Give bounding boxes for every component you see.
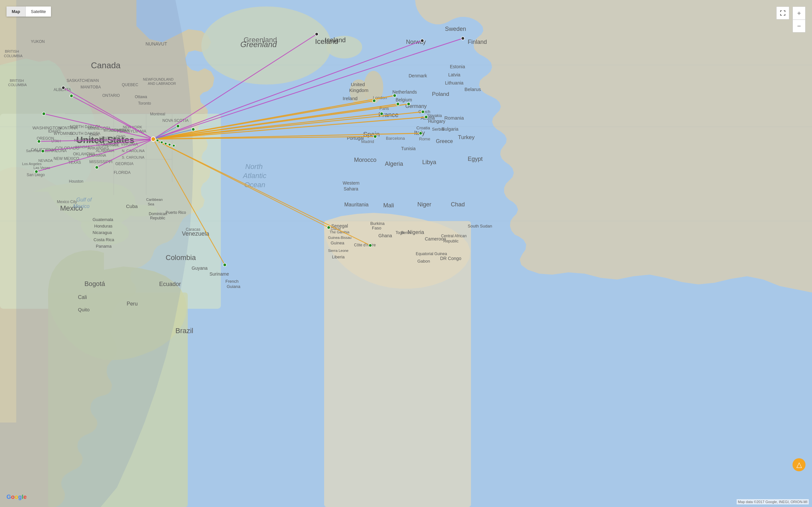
svg-text:DR Congo: DR Congo: [440, 256, 461, 261]
svg-text:ONTARIO: ONTARIO: [102, 93, 120, 98]
svg-point-225: [327, 226, 330, 229]
svg-text:Tunisia: Tunisia: [401, 146, 416, 151]
svg-text:NEWFOUNDLAND: NEWFOUNDLAND: [143, 77, 174, 81]
svg-text:Turkey: Turkey: [458, 134, 475, 140]
svg-text:Canada: Canada: [91, 60, 121, 70]
svg-text:Caracas: Caracas: [186, 227, 200, 232]
satellite-button[interactable]: Satellite: [26, 6, 51, 16]
zoom-controls: + −: [793, 6, 806, 33]
svg-text:Belgium: Belgium: [395, 97, 412, 102]
svg-text:North: North: [245, 163, 263, 171]
svg-text:Rome: Rome: [419, 136, 430, 142]
svg-text:SASKATCHEWAN: SASKATCHEWAN: [67, 78, 99, 83]
fullscreen-button[interactable]: [776, 6, 789, 19]
svg-text:French: French: [226, 279, 238, 284]
svg-point-205: [151, 137, 155, 142]
svg-text:Suriname: Suriname: [209, 271, 229, 277]
svg-text:Burkina: Burkina: [370, 221, 385, 226]
svg-text:Barcelona: Barcelona: [386, 136, 405, 141]
svg-point-222: [425, 115, 428, 119]
svg-text:Cali: Cali: [78, 294, 87, 300]
svg-text:GEORGIA: GEORGIA: [115, 162, 133, 166]
map-container[interactable]: Greenland Iceland: [0, 0, 812, 507]
svg-text:Mali: Mali: [383, 202, 394, 209]
street-view-icon[interactable]: △: [793, 458, 806, 471]
svg-text:Belarus: Belarus: [464, 87, 481, 92]
svg-point-206: [315, 33, 318, 36]
svg-text:Mauritania: Mauritania: [344, 202, 369, 207]
svg-text:Cuba: Cuba: [126, 204, 138, 209]
svg-text:Greenland: Greenland: [240, 40, 277, 49]
svg-text:Gulf of: Gulf of: [76, 197, 92, 203]
svg-text:Denmark: Denmark: [409, 73, 427, 78]
svg-text:COLUMBIA: COLUMBIA: [8, 83, 27, 87]
map-button[interactable]: Map: [6, 6, 26, 16]
svg-text:Serbia: Serbia: [432, 127, 444, 132]
svg-text:Costa Rica: Costa Rica: [93, 237, 114, 242]
svg-text:Netherlands: Netherlands: [392, 90, 417, 95]
svg-text:S. CAROLINA: S. CAROLINA: [122, 155, 144, 159]
svg-text:Algeria: Algeria: [385, 161, 403, 167]
svg-text:Guatemala: Guatemala: [92, 217, 113, 222]
svg-text:Côte d'Ivoire: Côte d'Ivoire: [354, 243, 376, 247]
svg-point-224: [419, 132, 422, 135]
svg-text:Sea: Sea: [148, 202, 154, 206]
svg-text:Peru: Peru: [127, 301, 138, 306]
svg-text:Estonia: Estonia: [450, 64, 465, 69]
svg-text:Nicaragua: Nicaragua: [92, 230, 112, 235]
svg-point-212: [37, 140, 41, 143]
svg-text:Caribbean: Caribbean: [146, 198, 163, 202]
svg-point-230: [156, 139, 159, 142]
svg-text:Bulgaria: Bulgaria: [442, 126, 459, 132]
svg-text:Quito: Quito: [78, 307, 89, 312]
svg-text:Central African: Central African: [441, 234, 467, 238]
svg-point-228: [176, 124, 180, 128]
svg-text:Liberia: Liberia: [332, 255, 345, 259]
svg-text:Panama: Panama: [96, 244, 112, 248]
svg-text:BRITISH: BRITISH: [10, 79, 24, 82]
zoom-out-button[interactable]: −: [793, 19, 806, 33]
svg-point-216: [373, 99, 376, 102]
map-attribution[interactable]: Map data ©2017 Google, INEGI, ORION-MI: [737, 499, 809, 504]
svg-text:Los Angeles: Los Angeles: [22, 162, 42, 166]
svg-point-232: [164, 143, 167, 145]
map-type-controls: Map Satellite: [6, 6, 51, 16]
svg-text:South Sudan: South Sudan: [468, 224, 492, 228]
svg-text:Colombia: Colombia: [166, 253, 196, 262]
svg-text:QUEBEC: QUEBEC: [122, 82, 138, 87]
svg-text:YUKON: YUKON: [31, 39, 45, 44]
svg-text:Honduras: Honduras: [94, 224, 113, 228]
svg-text:Las Vegas: Las Vegas: [34, 166, 50, 170]
svg-text:BRITISH: BRITISH: [5, 49, 19, 53]
svg-point-220: [380, 112, 383, 115]
svg-point-207: [421, 39, 424, 42]
svg-text:Houston: Houston: [69, 179, 83, 184]
svg-point-217: [393, 94, 396, 97]
svg-text:Romania: Romania: [444, 115, 464, 121]
svg-point-227: [223, 263, 227, 267]
svg-text:Montreal: Montreal: [150, 112, 165, 116]
svg-text:Equatorial Guinea: Equatorial Guinea: [416, 251, 447, 256]
svg-text:Toronto: Toronto: [138, 101, 151, 106]
svg-text:MISSISSIPPI: MISSISSIPPI: [89, 160, 112, 164]
svg-text:Ottawa: Ottawa: [135, 95, 147, 99]
svg-text:Bogotá: Bogotá: [84, 280, 105, 287]
svg-text:Finland: Finland: [468, 39, 487, 45]
svg-text:Republic: Republic: [443, 239, 459, 243]
svg-point-231: [161, 141, 163, 144]
svg-point-214: [35, 170, 38, 173]
svg-text:Poland: Poland: [432, 91, 449, 97]
svg-text:Iceland: Iceland: [325, 37, 346, 44]
svg-text:Guyana: Guyana: [192, 266, 207, 271]
svg-text:Madrid: Madrid: [361, 139, 374, 144]
svg-text:Dominican: Dominican: [149, 212, 167, 216]
zoom-in-button[interactable]: +: [793, 6, 806, 19]
svg-text:Morocco: Morocco: [354, 157, 376, 163]
svg-text:Atlantic: Atlantic: [242, 172, 266, 180]
svg-text:Chad: Chad: [451, 201, 465, 208]
svg-point-219: [407, 102, 410, 106]
svg-text:IOWA: IOWA: [89, 132, 99, 136]
svg-text:Hungary: Hungary: [428, 119, 445, 124]
svg-text:Lithuania: Lithuania: [445, 80, 463, 86]
svg-text:Latvia: Latvia: [448, 72, 460, 77]
